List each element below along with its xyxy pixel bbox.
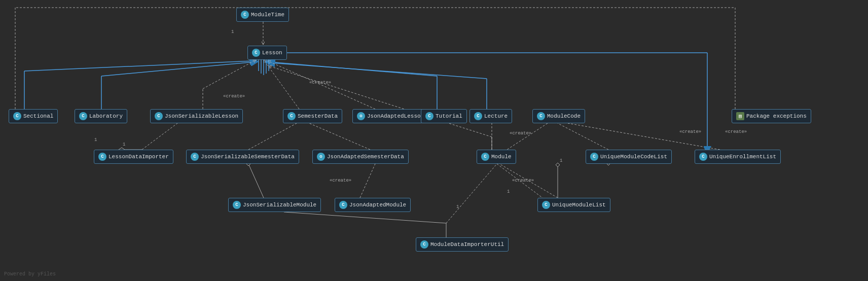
icon-Sectional: C	[13, 112, 21, 120]
node-UniqueModuleList[interactable]: CUniqueModuleList	[537, 198, 610, 212]
icon-JsonAdaptedModule: C	[339, 201, 347, 209]
icon-UniqueModuleCodeList: C	[590, 153, 598, 161]
icon-Module: C	[481, 153, 489, 161]
label-UniqueEnrollmentList: UniqueEnrollmentList	[709, 154, 776, 160]
icon-Tutorial: C	[425, 112, 433, 120]
svg-text:«create»: «create»	[679, 129, 701, 134]
node-JsonAdaptedLesson[interactable]: oJsonAdaptedLesson	[352, 109, 428, 123]
label-JsonAdaptedLesson: JsonAdaptedLesson	[367, 113, 424, 119]
svg-text:1: 1	[456, 204, 459, 209]
svg-line-23	[248, 123, 297, 150]
label-UniqueModuleCodeList: UniqueModuleCodeList	[600, 154, 667, 160]
svg-line-39	[360, 164, 375, 198]
icon-JsonSerializableLesson: C	[155, 112, 163, 120]
icon-UniqueModuleList: C	[542, 201, 550, 209]
svg-text:«create»: «create»	[309, 80, 331, 85]
node-JsonSerializableLesson[interactable]: CJsonSerializableLesson	[150, 109, 243, 123]
label-JsonAdaptedModule: JsonAdaptedModule	[349, 202, 406, 208]
label-LessonDataImporter: LessonDataImporter	[108, 154, 169, 160]
label-PackageExceptions: Package exceptions	[746, 113, 807, 119]
svg-line-19	[142, 123, 177, 150]
svg-text:1: 1	[231, 29, 234, 34]
node-LessonDataImporter[interactable]: CLessonDataImporter	[94, 150, 173, 164]
node-UniqueModuleCodeList[interactable]: CUniqueModuleCodeList	[586, 150, 672, 164]
svg-line-15	[264, 60, 299, 109]
svg-line-47	[284, 212, 446, 223]
icon-JsonAdaptedLesson: o	[357, 112, 365, 120]
icon-LessonDataImporter: C	[98, 153, 106, 161]
label-ModuleCode: ModuleCode	[547, 113, 581, 119]
label-Lecture: Lecture	[484, 113, 508, 119]
icon-Lecture: C	[474, 112, 482, 120]
node-Laboratory[interactable]: CLaboratory	[75, 109, 127, 123]
icon-PackageExceptions: ▤	[736, 112, 744, 120]
svg-line-14	[203, 60, 256, 89]
node-Module[interactable]: CModule	[477, 150, 516, 164]
label-SemesterData: SemesterData	[298, 113, 338, 119]
label-ModuleTime: ModuleTime	[251, 12, 284, 18]
svg-line-12	[271, 63, 487, 79]
icon-UniqueEnrollmentList: C	[699, 153, 707, 161]
icon-ModuleTime: C	[241, 11, 249, 19]
svg-text:1: 1	[123, 142, 125, 147]
svg-line-26	[309, 123, 370, 150]
diagram-canvas: «create» «create» 1 * «create» 1 «create…	[0, 0, 868, 281]
label-Tutorial: Tutorial	[436, 113, 462, 119]
node-JsonAdaptedSemesterData[interactable]: oJsonAdaptedSemesterData	[312, 150, 409, 164]
svg-text:«create»: «create»	[725, 129, 747, 134]
node-Sectional[interactable]: CSectional	[9, 109, 58, 123]
icon-ModuleDataImporterUtil: C	[420, 240, 428, 249]
node-ModuleTime[interactable]: CModuleTime	[236, 8, 289, 22]
svg-line-41	[499, 164, 558, 198]
label-Module: Module	[491, 154, 512, 160]
svg-line-65	[497, 164, 542, 198]
node-SemesterData[interactable]: CSemesterData	[283, 109, 342, 123]
icon-SemesterData: C	[287, 112, 296, 120]
svg-line-28	[507, 123, 548, 150]
svg-line-6	[24, 61, 254, 71]
svg-line-48	[446, 164, 497, 223]
node-JsonAdaptedModule[interactable]: CJsonAdaptedModule	[335, 198, 411, 212]
svg-text:1: 1	[94, 137, 97, 143]
icon-JsonAdaptedSemesterData: o	[317, 153, 325, 161]
label-JsonSerializableModule: JsonSerializableModule	[243, 202, 316, 208]
svg-line-30	[558, 123, 608, 150]
svg-line-8	[101, 62, 255, 76]
svg-marker-44	[556, 163, 560, 167]
label-Laboratory: Laboratory	[89, 113, 123, 119]
node-ModuleCode[interactable]: CModuleCode	[532, 109, 585, 123]
icon-JsonSerializableSemesterData: C	[191, 153, 199, 161]
svg-line-37	[248, 164, 264, 198]
label-UniqueModuleList: UniqueModuleList	[552, 202, 606, 208]
watermark: Powered by yFiles	[4, 271, 56, 277]
node-Lesson[interactable]: CLesson	[247, 46, 287, 60]
node-Lecture[interactable]: CLecture	[469, 109, 512, 123]
svg-text:«create»: «create»	[512, 178, 534, 183]
svg-line-16	[268, 61, 375, 109]
svg-text:1: 1	[507, 189, 510, 194]
svg-text:«create»: «create»	[223, 94, 245, 99]
icon-ModuleCode: C	[537, 112, 545, 120]
svg-line-34	[568, 123, 720, 150]
node-ModuleDataImporterUtil[interactable]: CModuleDataImporterUtil	[416, 237, 509, 252]
label-JsonAdaptedSemesterData: JsonAdaptedSemesterData	[327, 154, 404, 160]
node-Tutorial[interactable]: CTutorial	[421, 109, 467, 123]
icon-Laboratory: C	[79, 112, 87, 120]
label-Lesson: Lesson	[262, 50, 282, 56]
node-PackageExceptions[interactable]: ▤Package exceptions	[732, 109, 811, 123]
label-ModuleDataImporterUtil: ModuleDataImporterUtil	[430, 241, 504, 248]
svg-line-10	[269, 62, 437, 76]
svg-text:1: 1	[560, 158, 562, 163]
node-JsonSerializableSemesterData[interactable]: CJsonSerializableSemesterData	[186, 150, 299, 164]
svg-text:«create»: «create»	[330, 178, 351, 183]
label-Sectional: Sectional	[23, 113, 53, 119]
icon-Lesson: C	[252, 49, 260, 57]
node-JsonSerializableModule[interactable]: CJsonSerializableModule	[228, 198, 321, 212]
svg-text:«create»: «create»	[510, 131, 531, 136]
node-UniqueEnrollmentList[interactable]: CUniqueEnrollmentList	[695, 150, 781, 164]
icon-JsonSerializableModule: C	[233, 201, 241, 209]
label-JsonSerializableSemesterData: JsonSerializableSemesterData	[201, 154, 295, 160]
svg-line-51	[269, 66, 492, 137]
label-JsonSerializableLesson: JsonSerializableLesson	[165, 113, 238, 119]
